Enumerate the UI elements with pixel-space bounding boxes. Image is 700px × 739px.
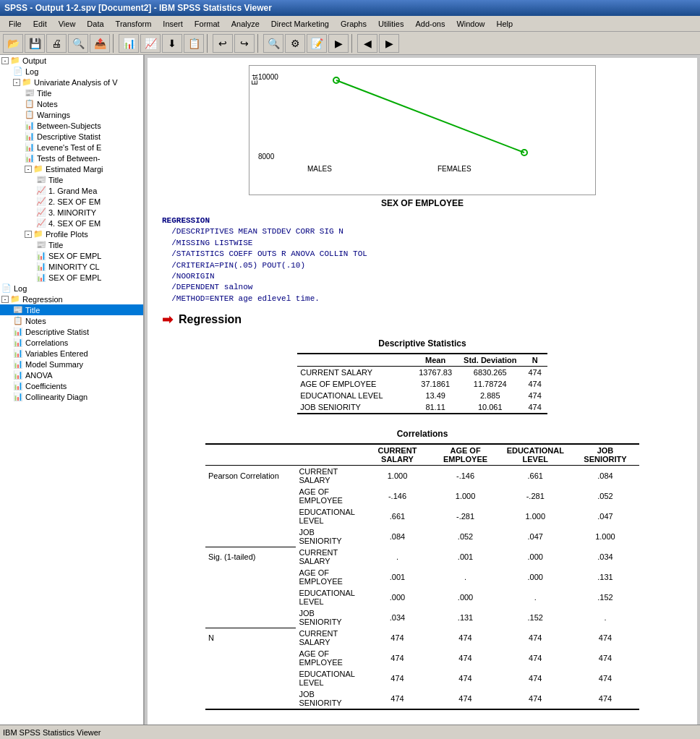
tree-profile-plots[interactable]: - 📁 Profile Plots xyxy=(0,228,143,239)
reg-var-icon: 📊 xyxy=(13,349,23,358)
tree-uni-title[interactable]: 📰 Title xyxy=(0,87,143,98)
tree-log2[interactable]: 📄 Log xyxy=(0,283,143,294)
corr-row: EDUCATIONAL LEVEL .661 -.281 1.000 .047 xyxy=(205,506,639,526)
menu-add-ons[interactable]: Add-ons xyxy=(409,18,451,30)
tree-pp-minority[interactable]: 📊 MINORITY CL xyxy=(0,261,143,272)
tree-estimated[interactable]: - 📁 Estimated Margi xyxy=(0,163,143,174)
tree-uni-between[interactable]: 📊 Between-Subjects xyxy=(0,120,143,131)
status-text: IBM SPSS Statistics Viewer xyxy=(3,728,101,737)
tree-pp-sex2[interactable]: 📊 SEX OF EMPL xyxy=(0,272,143,283)
tree-reg-coefficients[interactable]: 📊 Coefficients xyxy=(0,380,143,391)
corr-val-1: 474 xyxy=(363,628,431,648)
tree-est-4-label: 4. SEX OF EM xyxy=(48,219,101,228)
toolbar-search[interactable]: 🔍 xyxy=(263,34,283,53)
tree-uni-descriptive[interactable]: 📊 Descriptive Statist xyxy=(0,131,143,142)
menu-edit[interactable]: Edit xyxy=(27,18,53,30)
toolbar-back[interactable]: ◀ xyxy=(357,34,377,53)
tree-pp-sex[interactable]: 📊 SEX OF EMPL xyxy=(0,250,143,261)
tree-output[interactable]: - 📁 Output xyxy=(0,55,143,66)
menu-data[interactable]: Data xyxy=(81,18,109,30)
tree-reg-variables[interactable]: 📊 Variables Entered xyxy=(0,348,143,359)
toolbar-script[interactable]: 📝 xyxy=(307,34,327,53)
tree-reg-variables-label: Variables Entered xyxy=(25,349,88,358)
tree-reg-title[interactable]: 📰 Title xyxy=(0,304,143,315)
corr-row-label: JOB SENIORITY xyxy=(296,526,363,547)
univariate-folder-icon: 📁 xyxy=(22,77,32,87)
x-label-females: FEMALES xyxy=(438,165,471,173)
corr-val-4: 474 xyxy=(571,628,639,648)
toolbar-chart2[interactable]: 📈 xyxy=(140,34,161,53)
tree-uni-descriptive-label: Descriptive Statist xyxy=(37,132,101,141)
tree-est-4[interactable]: 📈 4. SEX OF EM xyxy=(0,218,143,228)
toolbar-undo[interactable]: ↩ xyxy=(213,34,233,53)
expand-univariate[interactable]: - xyxy=(13,79,20,86)
tree-reg-descriptive[interactable]: 📊 Descriptive Statist xyxy=(0,326,143,337)
expand-profile[interactable]: - xyxy=(25,231,32,238)
menu-help[interactable]: Help xyxy=(491,18,519,30)
menu-view[interactable]: View xyxy=(53,18,82,30)
tree-reg-notes[interactable]: 📋 Notes xyxy=(0,315,143,326)
tree-panel[interactable]: - 📁 Output 📄 Log - 📁 Univariate Analysis… xyxy=(0,55,145,725)
descriptive-stats-table: Mean Std. Deviation N CURRENT SALARY 137… xyxy=(297,353,547,414)
corr-val-3: .047 xyxy=(500,526,571,547)
expand-estimated[interactable]: - xyxy=(25,166,32,173)
tree-reg-collinearity[interactable]: 📊 Collinearity Diagn xyxy=(0,391,143,402)
toolbar-export[interactable]: 📤 xyxy=(90,34,110,53)
tree-reg-anova[interactable]: 📊 ANOVA xyxy=(0,370,143,380)
toolbar-save[interactable]: 💾 xyxy=(25,34,45,53)
menu-utilities[interactable]: Utilities xyxy=(372,18,409,30)
menu-analyze[interactable]: Analyze xyxy=(226,18,265,30)
toolbar-run[interactable]: ▶ xyxy=(328,34,349,53)
uni-notes-icon: 📋 xyxy=(25,99,35,108)
corr-row: Sig. (1-tailed) CURRENT SALARY . .001 .0… xyxy=(205,547,639,567)
menu-window[interactable]: Window xyxy=(451,18,490,30)
tree-uni-levene[interactable]: 📊 Levene's Test of E xyxy=(0,142,143,153)
corr-val-4: 474 xyxy=(571,668,639,688)
tree-est-2[interactable]: 📈 2. SEX OF EM xyxy=(0,196,143,207)
toolbar-redo[interactable]: ↪ xyxy=(234,34,255,53)
tree-regression[interactable]: - 📁 Regression xyxy=(0,294,143,304)
tree-reg-model[interactable]: 📊 Model Summary xyxy=(0,359,143,370)
corr-val-1: .000 xyxy=(363,587,431,607)
tree-est-title[interactable]: 📰 Title xyxy=(0,174,143,185)
corr-row: AGE OF EMPLOYEE -.146 1.000 -.281 .052 xyxy=(205,486,639,506)
menu-insert[interactable]: Insert xyxy=(157,18,189,30)
tree-est-3[interactable]: 📈 3. MINORITY xyxy=(0,207,143,218)
toolbar-chart1[interactable]: 📊 xyxy=(119,34,139,53)
toolbar-print[interactable]: 🖨 xyxy=(46,34,67,53)
corr-val-4: . xyxy=(571,607,639,628)
toolbar-settings[interactable]: ⚙ xyxy=(285,34,305,53)
menu-file[interactable]: File xyxy=(3,18,27,30)
tree-uni-notes[interactable]: 📋 Notes xyxy=(0,98,143,109)
corr-val-3: . xyxy=(500,587,571,607)
expand-output[interactable]: - xyxy=(1,57,9,64)
corr-row-label: AGE OF EMPLOYEE xyxy=(296,567,363,587)
tree-univariate-label: Univariate Analysis of V xyxy=(34,78,118,87)
tree-log[interactable]: 📄 Log xyxy=(0,66,143,77)
tree-uni-tests[interactable]: 📊 Tests of Between- xyxy=(0,153,143,163)
col-n: N xyxy=(522,354,547,367)
tree-univariate[interactable]: - 📁 Univariate Analysis of V xyxy=(0,77,143,87)
tree-pp-title[interactable]: 📰 Title xyxy=(0,239,143,250)
menu-direct-marketing[interactable]: Direct Marketing xyxy=(265,18,335,30)
desc-label: CURRENT SALARY xyxy=(297,367,413,379)
folder-icon: 📁 xyxy=(10,56,20,65)
tree-reg-correlations[interactable]: 📊 Correlations xyxy=(0,337,143,348)
toolbar-table[interactable]: 📋 xyxy=(184,34,204,53)
menu-transform[interactable]: Transform xyxy=(110,18,158,30)
corr-row-label: AGE OF EMPLOYEE xyxy=(296,486,363,506)
toolbar-preview[interactable]: 🔍 xyxy=(68,34,88,53)
desc-n: 474 xyxy=(522,390,547,401)
toolbar-open[interactable]: 📂 xyxy=(3,34,23,53)
menu-format[interactable]: Format xyxy=(189,18,226,30)
content-panel[interactable]: Est 10000 8000 MALES FEMALES SEX OF EMPL xyxy=(145,55,700,725)
tree-est-1[interactable]: 📈 1. Grand Mea xyxy=(0,185,143,196)
log-icon: 📄 xyxy=(13,67,23,76)
est-title-icon: 📰 xyxy=(36,175,46,184)
expand-regression[interactable]: - xyxy=(1,296,9,303)
toolbar-forward[interactable]: ▶ xyxy=(379,34,399,53)
tree-uni-warnings[interactable]: 📋 Warnings xyxy=(0,109,143,120)
menu-graphs[interactable]: Graphs xyxy=(335,18,372,30)
desc-stats-row: AGE OF EMPLOYEE 37.1861 11.78724 474 xyxy=(297,378,547,390)
toolbar-chart3[interactable]: ⬇ xyxy=(162,34,182,53)
